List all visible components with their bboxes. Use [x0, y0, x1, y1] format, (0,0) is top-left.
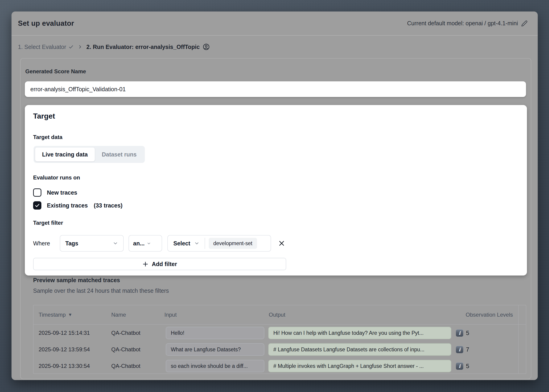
- cell-input-chip: Hello!: [166, 327, 264, 339]
- new-traces-checkbox[interactable]: [33, 189, 41, 197]
- info-icon: i: [456, 362, 463, 370]
- preview-title: Preview sample matched traces: [33, 277, 120, 284]
- existing-traces-count: (33 traces): [94, 202, 122, 209]
- chevron-down-icon: [147, 241, 151, 246]
- breadcrumb: 1. Select Evaluator 2. Run Evaluator: er…: [12, 36, 538, 58]
- pencil-icon[interactable]: [521, 20, 528, 27]
- chevron-down-icon: [113, 241, 118, 246]
- target-card: Target Target data Live tracing data Dat…: [25, 105, 527, 275]
- filter-where-label: Where: [33, 240, 60, 247]
- filter-value-chip[interactable]: development-set: [209, 238, 257, 249]
- filter-operator-select[interactable]: an...: [128, 235, 162, 252]
- generated-score-name-input[interactable]: [25, 81, 526, 97]
- evaluator-form-section: Generated Score Name Target Target data …: [20, 58, 531, 379]
- sort-desc-icon: ▼: [68, 312, 72, 317]
- default-model-info: Current default model: openai / gpt-4.1-…: [407, 20, 528, 27]
- filter-operator-value: an...: [133, 240, 145, 247]
- plus-icon: [142, 261, 149, 267]
- cell-observation-levels: i 5: [456, 362, 469, 370]
- chevron-right-icon: [78, 45, 82, 49]
- table-row: 2025-09-12 15:14:31 QA-Chatbot Hello! Hi…: [34, 325, 526, 341]
- cell-name: QA-Chatbot: [111, 363, 141, 369]
- cell-name: QA-Chatbot: [111, 346, 141, 353]
- evaluator-runs-on-label: Evaluator runs on: [33, 175, 80, 181]
- cell-output-chip: # Langfuse Datasets Langfuse Datasets ar…: [268, 343, 451, 356]
- target-data-tabs: Live tracing data Dataset runs: [34, 146, 145, 163]
- cell-input-chip: so each invoke should be a diff...: [166, 360, 264, 372]
- info-icon: i: [456, 346, 463, 353]
- observation-count: 5: [466, 330, 469, 336]
- filter-column-value: Tags: [65, 240, 78, 247]
- user-circle-icon[interactable]: [203, 43, 210, 50]
- column-header-name: Name: [111, 312, 126, 318]
- setup-evaluator-dialog: Set up evaluator Current default model: …: [12, 12, 538, 380]
- cell-output-chip: # Multiple invokes with LangGraph + Lang…: [268, 360, 451, 372]
- existing-traces-checkbox[interactable]: [33, 201, 41, 210]
- column-header-input: Input: [164, 312, 177, 318]
- cell-observation-levels: i 5: [456, 329, 469, 337]
- tab-dataset-runs[interactable]: Dataset runs: [95, 147, 143, 161]
- breadcrumb-step-select-evaluator[interactable]: 1. Select Evaluator: [18, 44, 74, 50]
- cell-observation-levels: i 7: [456, 346, 469, 353]
- add-filter-button[interactable]: Add filter: [33, 258, 286, 270]
- cell-timestamp: 2025-09-12 13:30:54: [39, 363, 90, 369]
- breadcrumb-step-run-evaluator: 2. Run Evaluator: error-analysis_OffTopi…: [86, 43, 210, 50]
- table-row: 2025-09-12 13:59:54 QA-Chatbot What are …: [34, 341, 526, 358]
- existing-traces-row: Existing traces (33 traces): [33, 201, 122, 210]
- info-icon: i: [456, 329, 463, 337]
- filter-value-label: Select: [168, 240, 190, 247]
- chevron-down-icon: [194, 241, 200, 246]
- generated-score-name-label: Generated Score Name: [25, 68, 86, 75]
- filter-row: Where Tags an... Select: [33, 235, 286, 252]
- filter-value-select[interactable]: Select development-set: [167, 235, 271, 252]
- column-header-observation-levels: Observation Levels: [466, 312, 513, 318]
- table-row: 2025-09-12 13:30:54 QA-Chatbot so each i…: [34, 358, 526, 374]
- column-header-output: Output: [269, 312, 285, 318]
- cell-output-chip: Hi! How can I help with Langfuse today? …: [268, 327, 451, 339]
- breadcrumb-step1-label: 1. Select Evaluator: [18, 44, 66, 50]
- cell-input-chip: What are Langfuse Datasets?: [166, 343, 264, 356]
- preview-traces-table: Timestamp ▼ Name Input Output Observatio…: [33, 305, 526, 374]
- target-data-label: Target data: [33, 134, 63, 140]
- cell-timestamp: 2025-09-12 13:59:54: [39, 346, 90, 353]
- divider: [205, 238, 205, 249]
- filter-column-select[interactable]: Tags: [60, 235, 124, 252]
- breadcrumb-step2-label: 2. Run Evaluator: error-analysis_OffTopi…: [86, 44, 200, 50]
- cell-name: QA-Chatbot: [111, 330, 141, 336]
- default-model-label: Current default model: openai / gpt-4.1-…: [407, 20, 518, 27]
- table-header-row: Timestamp ▼ Name Input Output Observatio…: [34, 305, 526, 325]
- new-traces-row: New traces: [33, 188, 77, 197]
- column-header-timestamp[interactable]: Timestamp ▼: [39, 312, 72, 318]
- timestamp-header-label: Timestamp: [39, 312, 66, 318]
- target-title: Target: [33, 112, 55, 120]
- check-icon: [69, 44, 74, 49]
- tab-live-tracing-data[interactable]: Live tracing data: [35, 147, 95, 161]
- remove-filter-button[interactable]: [277, 239, 286, 248]
- observation-count: 5: [466, 363, 469, 370]
- dialog-header: Set up evaluator Current default model: …: [12, 12, 538, 36]
- existing-traces-label: Existing traces: [47, 202, 88, 209]
- add-filter-label: Add filter: [152, 261, 177, 267]
- page-title: Set up evaluator: [18, 19, 74, 28]
- new-traces-label: New traces: [47, 189, 77, 196]
- preview-subtitle: Sample over the last 24 hours that match…: [33, 287, 169, 294]
- cell-timestamp: 2025-09-12 15:14:31: [39, 330, 90, 336]
- target-filter-label: Target filter: [33, 220, 63, 226]
- observation-count: 7: [466, 346, 469, 353]
